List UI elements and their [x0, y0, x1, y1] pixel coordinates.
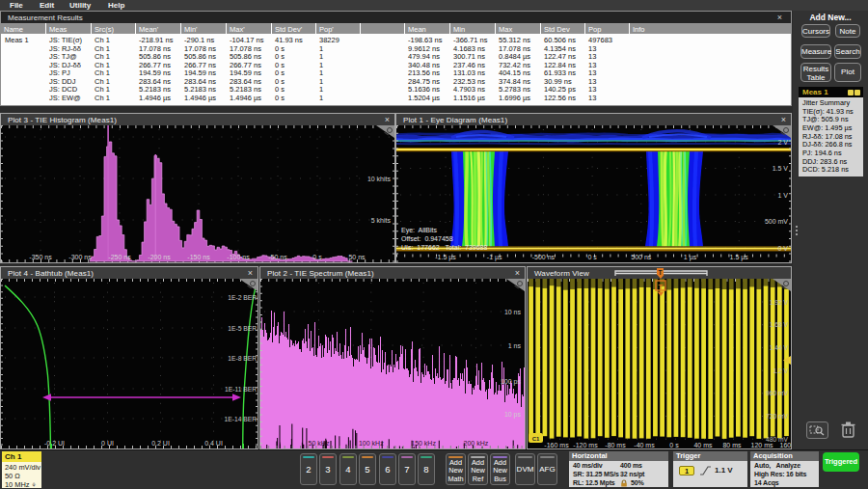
svg-text:-160 ms: -160 ms: [544, 442, 569, 448]
svg-text:2 V: 2 V: [777, 139, 788, 146]
svg-text:150 kHz: 150 kHz: [411, 440, 436, 447]
svg-text:500 ns: 500 ns: [631, 254, 652, 260]
svg-text:1 V: 1 V: [777, 192, 788, 199]
svg-text:1.5 V: 1.5 V: [773, 165, 789, 172]
svg-text:0 UI: 0 UI: [101, 440, 114, 447]
svg-text:10 khits: 10 khits: [367, 176, 392, 182]
svg-text:720 mV: 720 mV: [766, 413, 789, 420]
svg-text:C1: C1: [532, 436, 540, 442]
svg-text:1E-8 BER: 1E-8 BER: [228, 355, 257, 362]
svg-text:0 V: 0 V: [777, 245, 788, 252]
svg-text:-40 ms: -40 ms: [634, 442, 655, 448]
svg-text:Offset: 0.947458: Offset: 0.947458: [401, 235, 453, 242]
svg-text:160 ms: 160 ms: [780, 442, 791, 448]
svg-text:1.5 µs: 1.5 µs: [730, 254, 749, 261]
svg-text:1E-2 BER: 1E-2 BER: [228, 294, 257, 301]
svg-text:0 s: 0 s: [587, 254, 597, 260]
svg-text:-80 ms: -80 ms: [605, 442, 626, 448]
svg-text:UIs: 177662 Total: 739688: UIs: 177662 Total: 739688: [401, 244, 487, 251]
svg-text:1E-5 BER: 1E-5 BER: [228, 325, 257, 332]
svg-text:-100 ns: -100 ns: [227, 254, 250, 260]
svg-text:100 ps: 100 ps: [501, 378, 522, 386]
svg-text:10 ns: 10 ns: [504, 309, 522, 315]
svg-text:0 s: 0 s: [312, 254, 322, 260]
svg-text:1.44 V: 1.44 V: [770, 344, 789, 351]
svg-text:10 ps: 10 ps: [504, 411, 522, 419]
svg-text:1.2 V: 1.2 V: [773, 367, 788, 374]
svg-text:960 mV: 960 mV: [766, 390, 789, 396]
svg-text:120 ms: 120 ms: [751, 442, 773, 448]
svg-text:80 ms: 80 ms: [722, 442, 742, 448]
svg-text:T: T: [659, 269, 663, 276]
svg-text:1 ns: 1 ns: [508, 342, 522, 349]
svg-text:50 ns: 50 ns: [348, 254, 366, 260]
svg-text:-500 ns: -500 ns: [532, 254, 556, 260]
svg-text:T: T: [659, 283, 664, 291]
svg-text:-1.5 µs: -1.5 µs: [435, 254, 456, 261]
svg-text:-50 ns: -50 ns: [268, 254, 287, 260]
svg-text:-150 ns: -150 ns: [187, 254, 210, 260]
svg-text:1E-14 BER: 1E-14 BER: [225, 416, 258, 422]
svg-text:1.92 V: 1.92 V: [770, 299, 789, 306]
svg-text:500 mV: 500 mV: [765, 218, 788, 225]
svg-text:-200 ns: -200 ns: [148, 254, 171, 260]
svg-text:50 kHz: 50 kHz: [309, 440, 330, 447]
svg-text:-350 ns: -350 ns: [29, 254, 52, 260]
svg-text:-300 ns: -300 ns: [68, 254, 92, 260]
svg-text:1E-11 BER: 1E-11 BER: [225, 386, 257, 393]
svg-text:100 kHz: 100 kHz: [359, 440, 384, 447]
svg-text:40 ms: 40 ms: [693, 442, 713, 448]
svg-text:-250 ns: -250 ns: [108, 254, 131, 260]
svg-text:-120 ms: -120 ms: [573, 442, 598, 448]
svg-text:5 khits: 5 khits: [371, 217, 392, 224]
svg-text:0.4 UI: 0.4 UI: [204, 440, 223, 447]
svg-text:1 µs: 1 µs: [684, 254, 697, 261]
svg-text:-0.2 UI: -0.2 UI: [44, 440, 65, 447]
svg-text:0 s: 0 s: [669, 442, 679, 448]
svg-text:-1 µs: -1 µs: [487, 254, 502, 261]
svg-text:200 kHz: 200 kHz: [464, 440, 489, 447]
svg-text:0.2 UI: 0.2 UI: [151, 440, 170, 447]
svg-text:1.68 V: 1.68 V: [770, 321, 789, 328]
svg-text:Eye: AllBits: Eye: AllBits: [401, 227, 437, 234]
